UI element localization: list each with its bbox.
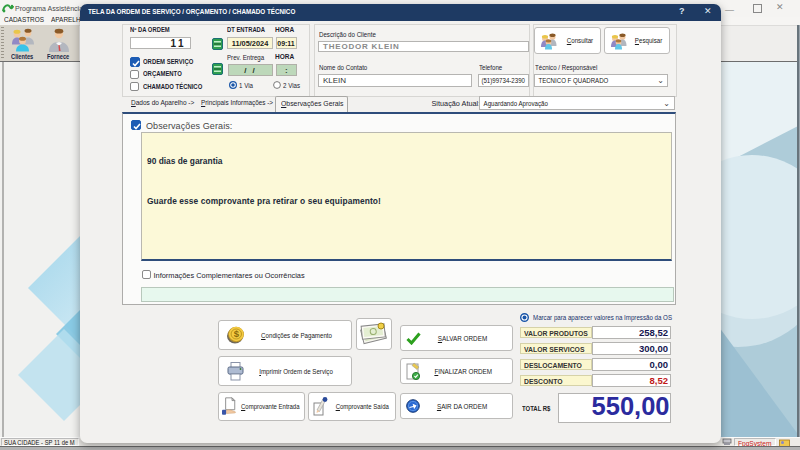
svg-text:$: $ [234,328,240,339]
